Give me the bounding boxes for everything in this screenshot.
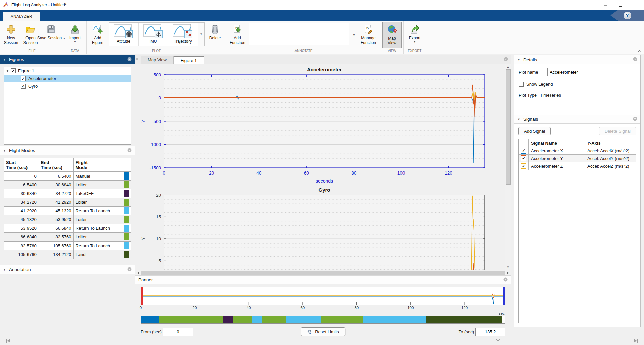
flight-mode-row[interactable]: 34.272041.2920Loiter [4, 198, 131, 207]
flight-mode-segment[interactable] [223, 316, 233, 323]
collapse-triangle-icon[interactable]: ▼ [517, 58, 520, 61]
scroll-down-icon[interactable]: ▼ [505, 264, 511, 270]
flight-mode-segment[interactable] [321, 316, 364, 323]
tab-map-view[interactable]: Map View [141, 56, 174, 64]
export-button[interactable]: Export ▼ [405, 22, 424, 48]
col-signal-yaxis[interactable]: Y-Axis [585, 139, 636, 147]
col-end-time[interactable]: EndTime (sec) [39, 158, 73, 172]
import-button[interactable]: Import ▼ [65, 22, 85, 48]
collapse-triangle-icon[interactable]: ▼ [3, 268, 6, 271]
map-view-button[interactable]: Map View [382, 22, 402, 48]
tree-item-checkbox[interactable]: ✓ [21, 84, 26, 89]
new-session-button[interactable]: New Session [1, 22, 21, 48]
plot-gallery-dropdown[interactable]: ▼ [198, 23, 204, 46]
flight-mode-segment[interactable] [262, 316, 286, 323]
signal-row[interactable]: ✓Accelerometer YAccel: AccelY (m/s^2) [519, 155, 636, 162]
close-button[interactable] [629, 0, 644, 10]
collapse-triangle-icon[interactable]: ▼ [3, 149, 6, 152]
plot-name-input[interactable] [547, 68, 628, 76]
scroll-up-icon[interactable]: ▲ [505, 64, 511, 69]
flight-mode-row[interactable]: 105.6760134.2120Land [4, 250, 131, 259]
signal-row[interactable]: ✓Accelerometer ZAccel: AccelZ (m/s^2) [519, 162, 636, 170]
panner-chart[interactable] [141, 287, 505, 305]
flight-mode-segment[interactable] [363, 316, 426, 323]
figures-tree-item[interactable]: ▼✓Figure 1 [4, 67, 131, 75]
show-legend-checkbox[interactable] [519, 82, 524, 87]
annotation-actions-icon[interactable] [127, 267, 132, 272]
col-start-time[interactable]: StartTime (sec) [4, 158, 39, 172]
flight-mode-row[interactable]: 53.952066.6840Return To Launch [4, 224, 131, 233]
plot-type-imu[interactable]: IMU [139, 23, 168, 46]
vertical-scroll-thumb[interactable] [506, 69, 511, 185]
open-session-button[interactable]: Open Session [21, 22, 40, 48]
flight-mode-segment[interactable] [252, 316, 263, 323]
figure-canvas[interactable]: 5000-500-1000-1500020406080100120Acceler… [135, 64, 505, 270]
manage-function-button[interactable]: fx Manage Function [357, 22, 379, 48]
minimize-ribbon-icon[interactable] [637, 48, 642, 53]
flight-mode-row[interactable]: 82.5760105.6760Return To Launch [4, 242, 131, 250]
plot-type-trajectory[interactable]: Trajectory [168, 23, 198, 46]
details-actions-icon[interactable] [633, 57, 637, 62]
to-input[interactable] [475, 328, 505, 336]
delete-signal-button[interactable]: Delete Signal [599, 127, 636, 135]
help-button[interactable]: ? [624, 12, 631, 19]
signal-checkbox[interactable]: ✓ [521, 156, 526, 161]
delete-button[interactable]: Delete [205, 22, 225, 48]
signals-panel-header[interactable]: ▼ Signals [514, 115, 640, 124]
figures-actions-icon[interactable] [127, 57, 132, 62]
document-actions-icon[interactable] [504, 57, 508, 62]
flight-mode-row[interactable]: 06.5400Manual [4, 172, 131, 181]
figures-tree-item[interactable]: ✓Accelerometer [4, 75, 131, 82]
from-input[interactable] [163, 328, 193, 336]
annotation-gallery-dropdown[interactable]: ▼ [351, 22, 357, 48]
panner-left-handle[interactable] [141, 287, 143, 305]
panner-actions-icon[interactable] [503, 277, 508, 283]
flight-mode-segment[interactable] [426, 316, 502, 323]
accelerometer-plot[interactable]: 5000-500-1000-1500020406080100120Acceler… [137, 65, 489, 185]
signal-checkbox[interactable]: ✓ [521, 148, 526, 153]
flight-mode-segment[interactable] [233, 316, 252, 323]
flight-mode-row[interactable]: 41.292045.1320Return To Launch [4, 207, 131, 215]
flight-mode-row[interactable]: 66.684082.5760Loiter [4, 233, 131, 242]
flight-mode-row[interactable]: 45.132053.9520Loiter [4, 215, 131, 224]
collapse-panner-icon[interactable] [496, 338, 500, 344]
add-signal-button[interactable]: Add Signal [518, 127, 551, 135]
col-signal-name[interactable]: Signal Name [529, 139, 585, 147]
flight-mode-segment[interactable] [159, 316, 224, 323]
collapse-left-panel-icon[interactable] [5, 338, 11, 344]
restore-button[interactable] [613, 0, 629, 10]
flight-mode-segment[interactable] [286, 316, 320, 323]
flight-mode-row[interactable]: 30.684034.2720TakeOFF [4, 189, 131, 198]
col-flight-mode[interactable]: FlightMode [73, 158, 122, 172]
add-figure-button[interactable]: Add Figure [88, 22, 107, 48]
flight-modes-panel-header[interactable]: ▼ Flight Modes [0, 146, 135, 155]
plot-type-attitude[interactable]: Attitude [109, 23, 139, 46]
signal-row[interactable]: ✓Accelerometer XAccel: AccelX (m/s^2) [519, 147, 636, 155]
flight-mode-row[interactable]: 6.540030.6840Loiter [4, 181, 131, 189]
horizontal-scrollbar[interactable]: ◀ ▶ [135, 270, 511, 275]
figures-tree-item[interactable]: ✓Gyro [4, 82, 131, 90]
annotation-panel-header[interactable]: ▼ Annotation [0, 265, 135, 274]
save-session-button[interactable]: Save Session ▼ [40, 22, 62, 48]
tab-grip-handle[interactable] [136, 57, 138, 62]
tab-figure-1[interactable]: Figure 1 [174, 56, 204, 64]
scroll-right-icon[interactable]: ▶ [505, 270, 511, 275]
scroll-left-icon[interactable]: ◀ [135, 270, 141, 275]
collapse-triangle-icon[interactable]: ▼ [3, 58, 6, 61]
panner-right-handle[interactable] [503, 287, 505, 305]
flight-modes-actions-icon[interactable] [127, 148, 132, 153]
gyro-plot[interactable]: 2015105GyroY [137, 186, 489, 270]
flight-mode-strip[interactable] [141, 316, 505, 324]
tab-analyzer[interactable]: ANALYZER [3, 12, 40, 21]
collapse-triangle-icon[interactable]: ▼ [517, 118, 520, 121]
details-panel-header[interactable]: ▼ Details [514, 55, 640, 64]
annotation-gallery[interactable] [249, 23, 349, 45]
figures-panel-header[interactable]: ▼ Figures [0, 55, 135, 64]
add-function-button[interactable]: fx Add Function [228, 22, 247, 48]
panner-panel-header[interactable]: Panner [135, 275, 511, 284]
flight-mode-segment[interactable] [141, 316, 159, 323]
vertical-scrollbar[interactable]: ▲ ▼ [505, 64, 511, 270]
tree-item-checkbox[interactable]: ✓ [11, 68, 16, 73]
collapse-right-panel-icon[interactable] [633, 338, 639, 344]
horizontal-scroll-thumb[interactable] [141, 271, 505, 275]
